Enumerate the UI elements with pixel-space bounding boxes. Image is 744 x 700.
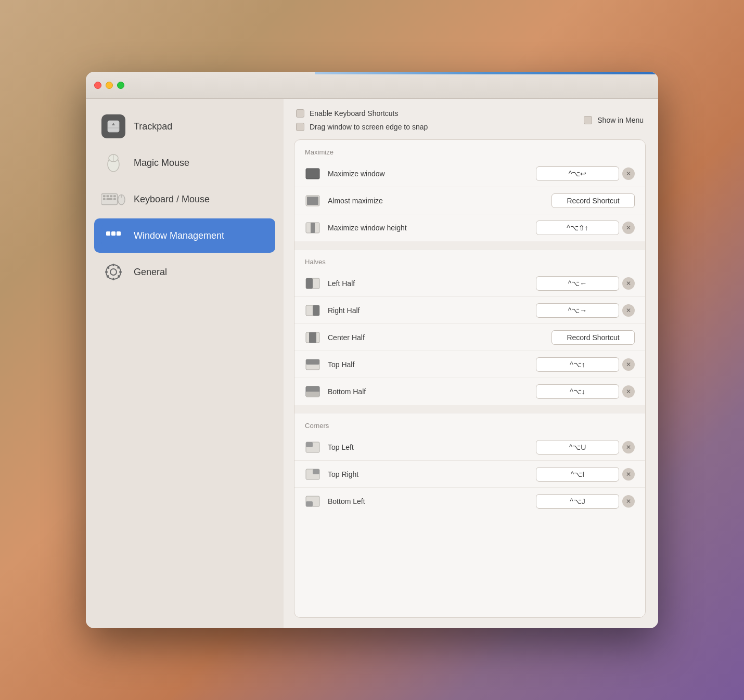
window-management-icon (105, 230, 122, 241)
right-half-clear-button[interactable]: ✕ (622, 304, 635, 317)
right-half-icon (305, 303, 320, 318)
sidebar-item-general[interactable]: General (94, 255, 275, 289)
top-half-clear-button[interactable]: ✕ (622, 358, 635, 371)
right-half-shortcut[interactable]: ^⌥→ (536, 303, 619, 318)
bottom-half-shortcut-container: ^⌥↓ ✕ (536, 384, 635, 399)
trackpad-label: Trackpad (134, 121, 172, 132)
svg-rect-47 (313, 469, 319, 474)
almost-maximize-name: Almost maximize (328, 197, 551, 205)
svg-rect-45 (306, 442, 313, 447)
bottom-half-clear-button[interactable]: ✕ (622, 385, 635, 398)
table-row: Top Right ^⌥I ✕ (294, 461, 645, 488)
enable-shortcuts-label: Enable Keyboard Shortcuts (310, 109, 398, 118)
bottom-half-shortcut[interactable]: ^⌥↓ (536, 384, 619, 399)
left-half-shortcut[interactable]: ^⌥← (536, 276, 619, 291)
svg-rect-22 (105, 271, 108, 273)
minimize-button[interactable] (106, 82, 113, 89)
divider-1 (294, 241, 645, 250)
svg-rect-6 (103, 195, 106, 197)
maximize-window-icon (305, 166, 320, 182)
section-header-corners: Corners (294, 413, 645, 434)
svg-rect-8 (110, 195, 112, 197)
drag-snap-checkbox[interactable] (296, 123, 304, 131)
bottom-half-icon (305, 384, 320, 399)
enable-shortcuts-checkbox[interactable] (296, 109, 304, 118)
shortcuts-scroll-area[interactable]: Maximize Maximize window ^⌥↩ (294, 139, 646, 618)
top-half-icon (305, 357, 320, 372)
show-in-menu-group: Show in Menu (584, 116, 644, 124)
top-right-name: Top Right (328, 470, 536, 478)
drag-snap-row[interactable]: Drag window to screen edge to snap (296, 123, 428, 131)
magic-mouse-icon-container (101, 151, 125, 175)
general-icon-container (101, 260, 125, 284)
bottom-left-shortcut-container: ^⌥J ✕ (536, 494, 635, 509)
top-options: Enable Keyboard Shortcuts Drag window to… (294, 109, 646, 131)
svg-rect-49 (306, 501, 313, 507)
maximize-height-name: Maximize window height (328, 224, 536, 232)
svg-rect-12 (113, 198, 116, 200)
svg-rect-21 (113, 278, 114, 280)
center-half-icon (305, 330, 320, 345)
window-management-label: Window Management (134, 230, 224, 241)
bottom-half-name: Bottom Half (328, 387, 536, 396)
maximize-window-name: Maximize window (328, 170, 536, 178)
close-button[interactable] (94, 82, 101, 89)
main-window: Trackpad Magic Mouse (86, 72, 658, 628)
svg-rect-17 (117, 231, 121, 236)
top-right-shortcut[interactable]: ^⌥I (536, 467, 619, 482)
center-half-shortcut[interactable]: Record Shortcut (551, 330, 635, 345)
table-row: Top Half ^⌥↑ ✕ (294, 351, 645, 378)
maximize-height-shortcut[interactable]: ^⌥⇧↑ (536, 221, 619, 235)
svg-rect-10 (103, 198, 106, 200)
sidebar-item-magic-mouse[interactable]: Magic Mouse (94, 146, 275, 180)
top-right-clear-button[interactable]: ✕ (622, 468, 635, 481)
window-management-icon-container (101, 224, 125, 248)
svg-rect-20 (113, 264, 114, 266)
left-half-clear-button[interactable]: ✕ (622, 277, 635, 290)
section-halves: Halves Left Half ^⌥← (294, 250, 645, 405)
svg-rect-43 (306, 392, 319, 397)
section-corners: Corners Top Left ^⌥U (294, 413, 645, 515)
keyboard-mouse-icon-container (101, 187, 125, 211)
svg-rect-7 (107, 195, 109, 197)
titlebar-accent-bar (315, 72, 658, 74)
top-left-clear-button[interactable]: ✕ (622, 441, 635, 453)
content-area: Trackpad Magic Mouse (86, 99, 658, 628)
left-options: Enable Keyboard Shortcuts Drag window to… (296, 109, 428, 131)
table-row: Almost maximize Record Shortcut (294, 187, 645, 214)
svg-rect-16 (111, 231, 116, 236)
svg-rect-28 (306, 168, 319, 179)
maximize-window-shortcut[interactable]: ^⌥↩ (536, 166, 619, 181)
top-right-icon (305, 466, 320, 482)
sidebar-item-window-management[interactable]: Window Management (94, 218, 275, 253)
section-header-maximize: Maximize (294, 140, 645, 160)
enable-shortcuts-row[interactable]: Enable Keyboard Shortcuts (296, 109, 428, 118)
main-content: Enable Keyboard Shortcuts Drag window to… (284, 99, 658, 628)
maximize-height-clear-button[interactable]: ✕ (622, 222, 635, 234)
table-row: Right Half ^⌥→ ✕ (294, 297, 645, 324)
table-row: Top Left ^⌥U ✕ (294, 434, 645, 461)
show-in-menu-checkbox[interactable] (584, 116, 592, 124)
top-half-shortcut[interactable]: ^⌥↑ (536, 357, 619, 372)
svg-rect-9 (113, 195, 116, 197)
sidebar-item-keyboard-mouse[interactable]: Keyboard / Mouse (94, 182, 275, 216)
maximize-window-clear-button[interactable]: ✕ (622, 167, 635, 180)
almost-maximize-shortcut[interactable]: Record Shortcut (551, 193, 635, 208)
center-half-shortcut-container: Record Shortcut (551, 330, 635, 345)
sidebar-item-trackpad[interactable]: Trackpad (94, 109, 275, 144)
table-row: Center Half Record Shortcut (294, 324, 645, 351)
svg-point-19 (110, 269, 117, 275)
almost-maximize-shortcut-container: Record Shortcut (551, 193, 635, 208)
bottom-left-shortcut[interactable]: ^⌥J (536, 494, 619, 509)
svg-rect-32 (311, 223, 315, 233)
section-maximize: Maximize Maximize window ^⌥↩ (294, 140, 645, 241)
bottom-left-clear-button[interactable]: ✕ (622, 495, 635, 508)
table-row: Maximize window ^⌥↩ ✕ (294, 160, 645, 187)
top-left-shortcut[interactable]: ^⌥U (536, 440, 619, 455)
traffic-lights (94, 82, 124, 89)
table-row: Bottom Half ^⌥↓ ✕ (294, 378, 645, 405)
drag-snap-label: Drag window to screen edge to snap (310, 123, 428, 131)
top-half-shortcut-container: ^⌥↑ ✕ (536, 357, 635, 372)
right-half-shortcut-container: ^⌥→ ✕ (536, 303, 635, 318)
maximize-button[interactable] (117, 82, 124, 89)
